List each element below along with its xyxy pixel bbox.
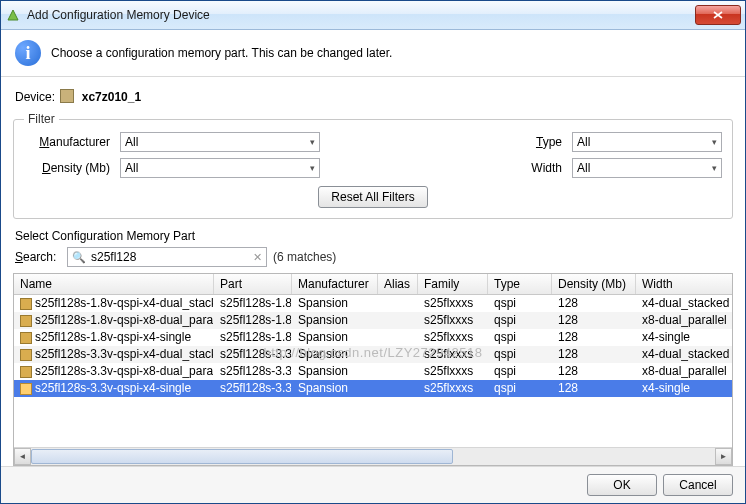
- cell-name: s25fl128s-3.3v-qspi-x8-dual_parallel: [14, 363, 214, 380]
- device-row: Device: xc7z010_1: [13, 85, 733, 112]
- cell-manufacturer: Spansion: [292, 295, 378, 312]
- cell-density: 128: [552, 295, 636, 312]
- cell-name: s25fl128s-3.3v-qspi-x4-single: [14, 380, 214, 397]
- titlebar[interactable]: Add Configuration Memory Device: [1, 1, 745, 30]
- cell-density: 128: [552, 363, 636, 380]
- cell-type: qspi: [488, 363, 552, 380]
- device-label: Device:: [15, 90, 55, 104]
- col-part[interactable]: Part: [214, 274, 292, 294]
- table-row[interactable]: s25fl128s-3.3v-qspi-x4-singles25fl128s-3…: [14, 380, 732, 397]
- cell-family: s25flxxxs: [418, 346, 488, 363]
- ok-button[interactable]: OK: [587, 474, 657, 496]
- cell-width: x4-dual_stacked: [636, 346, 732, 363]
- cell-density: 128: [552, 329, 636, 346]
- cell-name: s25fl128s-3.3v-qspi-x4-dual_stacked: [14, 346, 214, 363]
- cell-width: x4-dual_stacked: [636, 295, 732, 312]
- col-name[interactable]: Name: [14, 274, 214, 294]
- cell-type: qspi: [488, 380, 552, 397]
- cell-width: x4-single: [636, 329, 732, 346]
- dialog-body: Device: xc7z010_1 Filter Manufacturer Al…: [1, 77, 745, 466]
- scroll-thumb[interactable]: [31, 449, 453, 464]
- cell-part: s25fl128s-1.8v: [214, 329, 292, 346]
- chip-icon: [60, 89, 74, 103]
- window-title: Add Configuration Memory Device: [27, 8, 695, 22]
- cell-part: s25fl128s-1.8v: [214, 295, 292, 312]
- density-select[interactable]: All▾: [120, 158, 320, 178]
- dialog-window: Add Configuration Memory Device i Choose…: [0, 0, 746, 504]
- select-part-label: Select Configuration Memory Part: [15, 229, 731, 243]
- close-button[interactable]: [695, 5, 741, 25]
- cell-name: s25fl128s-1.8v-qspi-x8-dual_parallel: [14, 312, 214, 329]
- col-manufacturer[interactable]: Manufacturer: [292, 274, 378, 294]
- cell-type: qspi: [488, 329, 552, 346]
- cell-width: x4-single: [636, 380, 732, 397]
- scroll-right-button[interactable]: ►: [715, 448, 732, 465]
- width-select[interactable]: All▾: [572, 158, 722, 178]
- col-density[interactable]: Density (Mb): [552, 274, 636, 294]
- search-label: Search:: [15, 250, 61, 264]
- cell-type: qspi: [488, 346, 552, 363]
- horizontal-scrollbar[interactable]: ◄ ►: [14, 447, 732, 465]
- col-type[interactable]: Type: [488, 274, 552, 294]
- search-input[interactable]: [89, 248, 253, 266]
- table-row[interactable]: s25fl128s-1.8v-qspi-x4-dual_stackeds25fl…: [14, 295, 732, 312]
- device-value: xc7z010_1: [82, 90, 141, 104]
- cell-family: s25flxxxs: [418, 380, 488, 397]
- filter-group: Filter Manufacturer All▾ Type All▾ Densi…: [13, 112, 733, 219]
- table-body[interactable]: s25fl128s-1.8v-qspi-x4-dual_stackeds25fl…: [14, 295, 732, 447]
- cell-manufacturer: Spansion: [292, 312, 378, 329]
- match-count: (6 matches): [273, 250, 336, 264]
- memory-icon: [20, 315, 32, 327]
- cell-density: 128: [552, 312, 636, 329]
- cell-manufacturer: Spansion: [292, 346, 378, 363]
- width-label: Width: [506, 161, 566, 175]
- cell-name: s25fl128s-1.8v-qspi-x4-dual_stacked: [14, 295, 214, 312]
- cell-type: qspi: [488, 295, 552, 312]
- cell-alias: [378, 312, 418, 329]
- cell-alias: [378, 295, 418, 312]
- table-row[interactable]: s25fl128s-3.3v-qspi-x4-dual_stackeds25fl…: [14, 346, 732, 363]
- cell-family: s25flxxxs: [418, 329, 488, 346]
- scroll-left-button[interactable]: ◄: [14, 448, 31, 465]
- clear-search-icon[interactable]: ✕: [253, 251, 262, 264]
- cell-part: s25fl128s-3.3v: [214, 346, 292, 363]
- cell-part: s25fl128s-1.8v: [214, 312, 292, 329]
- manufacturer-label: Manufacturer: [24, 135, 114, 149]
- filter-legend: Filter: [24, 112, 59, 126]
- cell-name: s25fl128s-1.8v-qspi-x4-single: [14, 329, 214, 346]
- cancel-button[interactable]: Cancel: [663, 474, 733, 496]
- cell-alias: [378, 346, 418, 363]
- search-icon: 🔍: [72, 251, 86, 264]
- density-label: Density (Mb): [24, 161, 114, 175]
- table-header: Name Part Manufacturer Alias Family Type…: [14, 274, 732, 295]
- table-row[interactable]: s25fl128s-1.8v-qspi-x4-singles25fl128s-1…: [14, 329, 732, 346]
- info-strip: i Choose a configuration memory part. Th…: [1, 30, 745, 77]
- info-icon: i: [15, 40, 41, 66]
- reset-filters-button[interactable]: Reset All Filters: [318, 186, 427, 208]
- cell-manufacturer: Spansion: [292, 363, 378, 380]
- cell-part: s25fl128s-3.3v: [214, 363, 292, 380]
- cell-family: s25flxxxs: [418, 295, 488, 312]
- cell-family: s25flxxxs: [418, 312, 488, 329]
- col-family[interactable]: Family: [418, 274, 488, 294]
- cell-alias: [378, 380, 418, 397]
- type-label: Type: [506, 135, 566, 149]
- dialog-footer: OK Cancel: [1, 466, 745, 503]
- table-row[interactable]: s25fl128s-3.3v-qspi-x8-dual_parallels25f…: [14, 363, 732, 380]
- type-select[interactable]: All▾: [572, 132, 722, 152]
- memory-icon: [20, 332, 32, 344]
- cell-width: x8-dual_parallel: [636, 363, 732, 380]
- info-message: Choose a configuration memory part. This…: [51, 46, 392, 60]
- cell-density: 128: [552, 380, 636, 397]
- col-alias[interactable]: Alias: [378, 274, 418, 294]
- search-box[interactable]: 🔍 ✕: [67, 247, 267, 267]
- memory-icon: [20, 298, 32, 310]
- cell-alias: [378, 329, 418, 346]
- manufacturer-select[interactable]: All▾: [120, 132, 320, 152]
- col-width[interactable]: Width: [636, 274, 733, 294]
- cell-family: s25flxxxs: [418, 363, 488, 380]
- cell-manufacturer: Spansion: [292, 380, 378, 397]
- memory-icon: [20, 383, 32, 395]
- table-row[interactable]: s25fl128s-1.8v-qspi-x8-dual_parallels25f…: [14, 312, 732, 329]
- app-icon: [5, 7, 21, 23]
